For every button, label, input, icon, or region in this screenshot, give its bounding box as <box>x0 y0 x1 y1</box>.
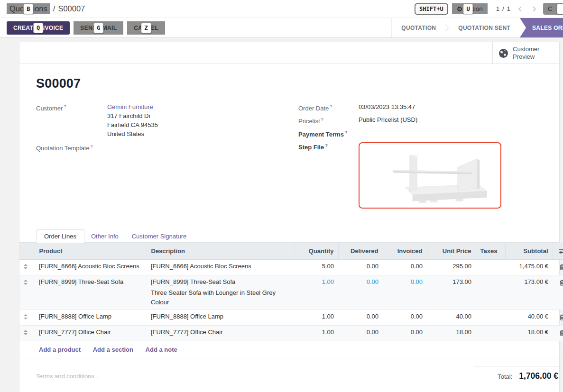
cell-description[interactable]: [FURN_7777] Office Chair <box>147 326 295 341</box>
cell-quantity[interactable]: 1.00 <box>295 326 338 341</box>
cell-unit-price[interactable]: 18.00 <box>427 326 476 341</box>
trash-icon <box>559 280 563 286</box>
column-header-quantity[interactable]: Quantity <box>295 243 338 260</box>
drag-handle-icon <box>24 330 28 335</box>
cell-delivered[interactable]: 0.00 <box>338 275 383 310</box>
cell-taxes[interactable] <box>476 310 505 326</box>
cell-invoiced[interactable]: 0.00 <box>383 310 427 326</box>
cell-taxes[interactable] <box>476 326 505 341</box>
cell-product[interactable]: [FURN_7777] Office Chair <box>35 326 147 341</box>
pricelist-value[interactable]: Public Pricelist (USD) <box>359 116 417 125</box>
cell-taxes[interactable] <box>476 275 505 310</box>
cell-subtotal: 18.00 € <box>505 326 553 341</box>
total-box: Total: 1,706.00 € <box>474 366 559 381</box>
stage-quotation-sent[interactable]: QUOTATION SENT <box>449 18 520 37</box>
cell-taxes[interactable] <box>476 260 505 275</box>
row-drag-handle[interactable] <box>19 310 35 326</box>
stage-sales-order[interactable]: SALES ORDER <box>520 18 563 37</box>
column-header-description[interactable]: Description <box>147 243 295 260</box>
create-invoice-button[interactable]: CREATE INVOICE Q <box>7 21 70 35</box>
step-file-image[interactable] <box>359 142 501 209</box>
delete-line-button[interactable] <box>553 326 563 341</box>
cell-subtotal: 40.00 € <box>505 310 553 326</box>
trash-icon <box>559 314 563 320</box>
column-header-unit-price[interactable]: Unit Price <box>427 243 476 260</box>
column-header-subtotal[interactable]: Subtotal <box>505 243 553 260</box>
trash-icon <box>559 330 563 336</box>
total-value: 1,706.00 € <box>519 371 558 381</box>
cell-delivered[interactable]: 0.00 <box>338 310 383 326</box>
row-drag-handle[interactable] <box>19 275 35 310</box>
terms-and-conditions-input[interactable]: Terms and conditions... <box>36 365 100 381</box>
delete-line-button[interactable] <box>553 275 563 310</box>
order-line-row: [FURN_8999] Three-Seat Sofa [FURN_8999] … <box>19 275 563 310</box>
pager-next-button[interactable] <box>529 4 539 14</box>
cell-quantity[interactable]: 5.00 <box>295 260 338 275</box>
delete-line-button[interactable] <box>553 260 563 275</box>
pager-previous-button[interactable] <box>515 4 525 14</box>
cell-quantity[interactable]: 1.00 <box>295 275 338 310</box>
chevron-right-icon <box>532 6 536 12</box>
customer-link[interactable]: Gemini Furniture <box>107 103 153 110</box>
breadcrumb-current: S00007 <box>58 4 85 13</box>
column-header-delivered[interactable]: Delivered <box>338 243 383 260</box>
keyboard-hint-create-invoice: Q <box>33 23 44 33</box>
tab-other-info[interactable]: Other Info <box>84 230 125 243</box>
cell-product[interactable]: [FURN_6666] Acoustic Bloc Screens <box>35 260 147 275</box>
row-drag-handle[interactable] <box>19 326 35 341</box>
total-label: Total: <box>498 373 512 380</box>
help-icon: ? <box>64 104 66 109</box>
optional-columns-button[interactable] <box>553 243 563 260</box>
help-icon: ? <box>345 130 348 135</box>
cell-invoiced[interactable]: 0.00 <box>383 275 427 310</box>
table-footer-links-row: Add a product Add a section Add a note <box>19 341 563 358</box>
cell-delivered[interactable]: 0.00 <box>338 326 383 341</box>
action-menu-button[interactable]: ⚙ Action U <box>452 3 488 14</box>
tab-customer-signature[interactable]: Customer Signature <box>125 230 194 243</box>
cell-product[interactable]: [FURN_8888] Office Lamp <box>35 310 147 326</box>
help-icon: ? <box>330 104 332 109</box>
sliders-icon <box>559 248 563 254</box>
cell-unit-price[interactable]: 295.00 <box>427 260 476 275</box>
help-icon: ? <box>321 117 323 122</box>
column-header-invoiced[interactable]: Invoiced <box>383 243 427 260</box>
form-sheet: Customer Preview S00007 Customer? Gemini… <box>19 42 560 392</box>
notebook-tabs: Order Lines Other Info Customer Signatur… <box>36 229 559 243</box>
drag-handle-icon <box>24 280 28 285</box>
add-a-note-link[interactable]: Add a note <box>146 346 177 353</box>
table-header-row: Product Description Quantity Delivered I… <box>19 243 563 260</box>
cell-subtotal: 1,475.00 € <box>505 260 553 275</box>
stage-quotation[interactable]: QUOTATION <box>392 18 445 37</box>
column-header-taxes[interactable]: Taxes <box>476 243 505 260</box>
order-date-value[interactable]: 03/03/2023 13:35:47 <box>359 103 415 112</box>
globe-icon <box>498 48 508 58</box>
drag-handle-icon <box>24 314 28 319</box>
breadcrumb-parent-link[interactable]: Quotations B <box>7 3 50 14</box>
cell-description[interactable]: [FURN_8888] Office Lamp <box>147 310 295 326</box>
edge-clipped-button[interactable]: C <box>543 3 563 15</box>
cell-invoiced[interactable]: 0.00 <box>383 326 427 341</box>
column-header-product[interactable]: Product <box>35 243 147 260</box>
customer-address: 317 Fairchild Dr Fairfield CA 94535 Unit… <box>107 112 158 137</box>
cell-quantity[interactable]: 1.00 <box>295 310 338 326</box>
cancel-button[interactable]: CANCEL Z <box>127 21 165 35</box>
keyboard-hint-action: U <box>463 4 473 14</box>
keyboard-hint-send-email: G <box>93 23 104 33</box>
cell-description[interactable]: [FURN_6666] Acoustic Bloc Screens <box>147 260 295 275</box>
row-drag-handle[interactable] <box>19 260 35 275</box>
add-a-section-link[interactable]: Add a section <box>93 346 133 353</box>
tab-order-lines[interactable]: Order Lines <box>36 229 84 243</box>
cell-delivered[interactable]: 0.00 <box>338 260 383 275</box>
cell-description[interactable]: [FURN_8999] Three-Seat Sofa Three Seater… <box>147 275 295 310</box>
send-email-button[interactable]: SEND EMAIL G <box>74 21 123 35</box>
cell-product[interactable]: [FURN_8999] Three-Seat Sofa <box>35 275 147 310</box>
step-file-field-label: Step File? <box>298 142 359 209</box>
cell-invoiced[interactable]: 0.00 <box>383 260 427 275</box>
cell-unit-price[interactable]: 40.00 <box>427 310 476 326</box>
edge-button-label: C <box>548 5 553 12</box>
customer-preview-button[interactable]: Customer Preview <box>492 42 559 64</box>
quotation-template-field-label: Quotation Template? <box>36 143 107 152</box>
delete-line-button[interactable] <box>553 310 563 326</box>
cell-unit-price[interactable]: 173.00 <box>427 275 476 310</box>
add-a-product-link[interactable]: Add a product <box>39 346 81 353</box>
